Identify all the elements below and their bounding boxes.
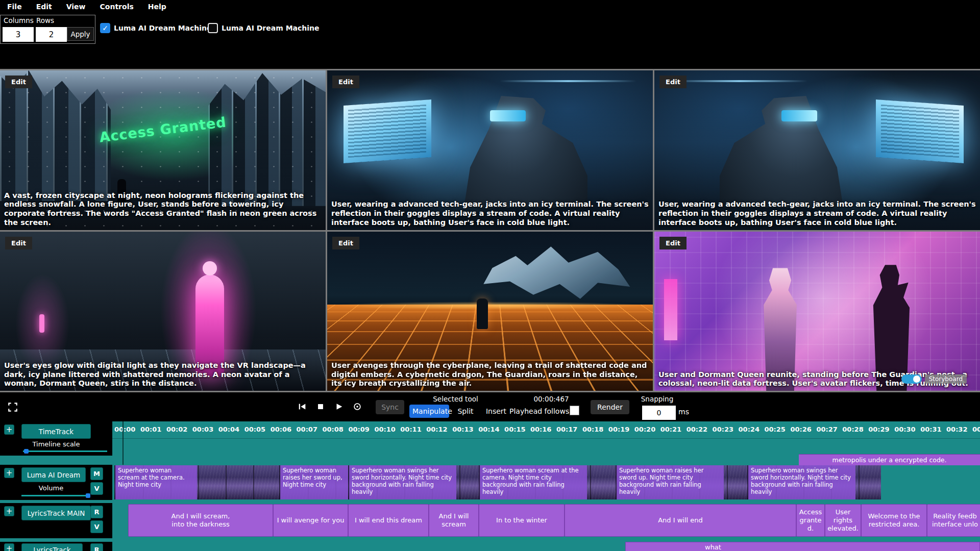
stop-button[interactable] [314,400,327,413]
ruler-label: 00:31 [920,425,941,433]
lyrics-clip[interactable]: In to the winter [479,504,565,537]
ruler-label: 00:12 [426,425,447,433]
record-enable-button[interactable]: R [90,543,103,551]
storyboard-frame-6[interactable]: Edit User and Dormant Queen reunite, sta… [654,232,980,391]
video-clip[interactable]: Superhero woman swings her sword horizon… [348,465,479,499]
volume-slider[interactable] [21,495,90,496]
lyrics-clip[interactable]: Reality feedb interface unlo [927,504,980,537]
split-tool-button[interactable]: Split [452,405,479,418]
record-button[interactable] [351,400,363,413]
storyboard-frame-2[interactable]: Edit User, wearing a advanced tech-gear,… [327,70,653,230]
ruler-label: 00:01 [140,425,161,433]
lyrics-clip[interactable]: And I will scream [429,504,479,537]
storyboard-frame-3[interactable]: Edit User, wearing a advanced tech-gear,… [654,70,980,230]
render-button[interactable]: Render [591,400,629,414]
insert-tool-button[interactable]: Insert [482,405,510,418]
overflow-lyrics-clip[interactable]: metropolis under a encrypted code. [799,454,980,465]
lyrics-clip[interactable]: Access grante d. [796,504,825,537]
ruler-label: 00:22 [687,425,707,433]
ruler-label: 00:19 [608,425,629,433]
storyboard-frame-5[interactable]: Edit User avenges through the cyberplane… [327,232,653,391]
transport-bar: Sync Selected tool Manipulate Split Inse… [0,392,980,421]
add-track-button[interactable]: + [4,543,14,551]
video-clip[interactable]: Superhero woman raises her sword up. Nig… [616,465,747,499]
playhead-follows-checkbox[interactable] [570,406,579,415]
ruler-label: 00:26 [790,425,811,433]
lyrics-main-name-button[interactable]: LyricsTrack MAIN [21,506,91,520]
fullscreen-button[interactable] [6,400,19,414]
luma-checkbox-2[interactable] [208,23,218,33]
lyrics-clip[interactable]: I will avenge for you [273,504,348,537]
grid-size-group: Columns Rows Apply [0,15,95,44]
art-ceiling-light [671,80,807,82]
edit-button[interactable]: Edit [659,237,687,249]
add-track-button[interactable]: + [4,506,14,516]
ruler-label: 00:06 [271,425,291,433]
lyrics-main-header: + LyricsTrack MAIN R V [0,503,112,538]
menu-item-controls[interactable]: Controls [100,3,134,11]
menu-item-view[interactable]: View [66,3,86,11]
ruler-strip[interactable]: 00:0000:0100:0200:0300:0400:0500:0600:07… [112,421,980,439]
ruler-label: 00:18 [582,425,603,433]
ruler-label: 00:05 [244,425,265,433]
playhead[interactable] [122,421,124,465]
edit-button[interactable]: Edit [659,76,687,88]
video-clip[interactable]: Superhero woman scream at the camera. Ni… [479,465,616,499]
lyrics-v-button[interactable]: V [90,520,103,533]
video-track-name-button[interactable]: Luma AI Dream [21,467,86,482]
record-enable-button[interactable]: R [90,506,103,518]
lyrics-clip[interactable]: User rights elevated. [825,504,861,537]
lyrics-clip[interactable]: I will end this dream [348,504,429,537]
lyrics-clip[interactable]: And I will end [565,504,796,537]
storyboard-toggle[interactable] [901,374,922,384]
edit-button[interactable]: Edit [332,237,359,249]
snapping-label: Snapping [633,395,681,403]
luma-checkbox-1[interactable] [100,23,110,33]
play-button[interactable] [333,400,345,413]
sync-button[interactable]: Sync [376,400,404,414]
ruler-label: 00:09 [348,425,369,433]
timetrack-name-button[interactable]: TimeTrack [21,424,91,439]
menu-item-help[interactable]: Help [148,3,166,11]
apply-button[interactable]: Apply [67,27,94,41]
snapping-input[interactable] [642,406,676,420]
storyboard-frame-4[interactable]: Edit User's eyes glow with digital light… [0,232,326,391]
playback-controls [296,400,363,413]
video-clip[interactable]: Superhero woman scream at the camera. Ni… [114,465,279,499]
ruler-label: 00:15 [504,425,525,433]
add-track-button[interactable]: + [4,468,14,478]
video-clip[interactable]: Superhero woman raises her sword up, Nig… [279,465,348,499]
timeline-scale-slider[interactable] [23,450,107,452]
ruler-label: 00:29 [868,425,889,433]
edit-button[interactable]: Edit [332,76,359,88]
ruler-label: 00:03 [192,425,213,433]
ruler-label: 00:33 [972,425,980,433]
skip-to-start-icon [298,402,307,411]
slider-handle[interactable] [86,493,90,498]
video-clip-label: Superhero woman raises her sword up. Nig… [617,465,724,499]
manipulate-tool-button[interactable]: Manipulate [409,405,449,418]
ruler-label: 00:32 [946,425,967,433]
skip-to-start-button[interactable] [296,400,308,413]
lyrics-clip[interactable]: what [625,542,980,551]
menu-item-file[interactable]: File [7,3,22,11]
menu-item-edit[interactable]: Edit [36,3,52,11]
columns-input[interactable] [3,27,34,42]
lyrics-clip[interactable]: And I will scream, into the darkness [128,504,273,537]
lyrics-clip[interactable]: Welcome to the restricted area. [861,504,927,537]
app-window: File Edit View Controls Help Columns Row… [0,0,980,551]
video-clip[interactable]: Superhero woman swings her sword horizon… [747,465,881,499]
ruler-label: 00:23 [713,425,733,433]
lyrics-main-row: And I will scream, into the darknessI wi… [0,503,980,538]
lyrics2-name-button[interactable]: LyricsTrack [21,543,83,551]
video-clip-label: Superhero woman scream at the camera. Ni… [115,465,197,499]
timetrack-header: + TimeTrack Timeline scale [0,421,112,456]
ruler-label: 00:13 [452,425,473,433]
edit-button[interactable]: Edit [5,76,32,88]
storyboard-frame-1[interactable]: Access Granted Edit A vast, frozen citys… [0,70,326,230]
slider-handle[interactable] [24,449,29,454]
add-track-button[interactable]: + [4,424,14,435]
mute-button[interactable]: M [90,467,103,480]
edit-button[interactable]: Edit [5,237,32,249]
rows-input[interactable] [36,27,67,42]
